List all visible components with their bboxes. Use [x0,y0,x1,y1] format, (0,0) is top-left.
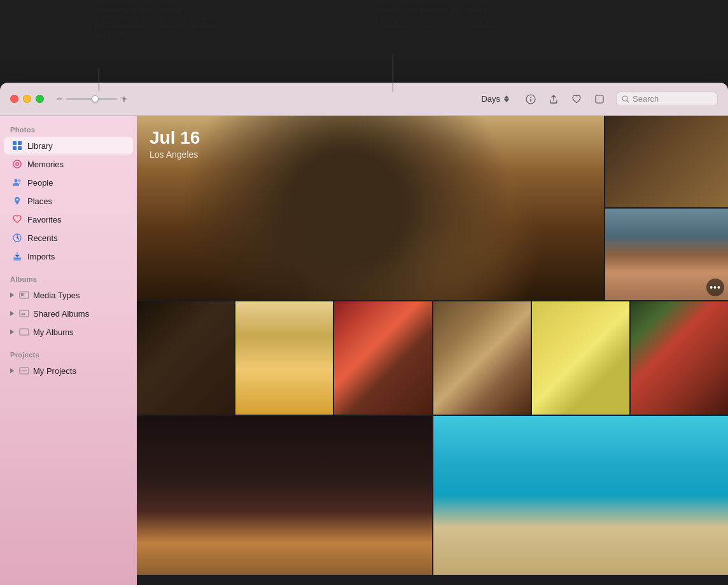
side-photo-2[interactable]: ••• [605,209,728,300]
photo-row-3 [137,416,728,575]
traffic-lights [10,95,44,103]
info-button[interactable] [521,90,540,109]
svg-rect-23 [20,329,29,335]
svg-rect-8 [18,146,22,150]
imports-icon [11,251,23,262]
sidebar-item-shared-albums-label: Shared Albums [33,309,89,319]
sidebar-item-memories[interactable]: Memories [4,155,133,173]
media-types-icon [18,289,30,301]
svg-rect-19 [21,293,24,296]
chevron-right-shared-icon [10,311,14,316]
zoom-in-button[interactable]: + [121,93,127,105]
sidebar-item-imports[interactable]: Imports [4,247,133,265]
toolbar: − + Days [0,83,728,116]
search-icon [622,95,629,103]
rotate-button[interactable] [590,90,609,109]
sidebar-item-favorites-label: Favorites [27,215,61,224]
sidebar-item-places[interactable]: Places [4,192,133,210]
zoom-control: − + [57,93,127,105]
svg-rect-6 [18,141,22,145]
zoom-thumb[interactable] [92,95,99,102]
sidebar-item-imports-label: Imports [27,252,55,261]
search-box[interactable]: Search [616,92,718,106]
date-location: Los Angeles [150,149,200,160]
sidebar-item-media-types-label: Media Types [33,291,80,300]
chevron-right-my-icon [10,329,14,334]
my-projects-icon [18,365,30,376]
grid-photo-3[interactable] [334,301,431,415]
shared-albums-icon [18,308,30,319]
albums-section-label: Albums [0,270,137,286]
large-photo-1[interactable] [137,416,432,575]
tooltip-left-text: Automatically create a personalized vide… [95,4,218,42]
sidebar-item-media-types[interactable]: Media Types [4,286,133,304]
svg-point-11 [17,163,18,165]
svg-rect-3 [596,95,603,103]
sidebar-item-library[interactable]: Library [4,137,133,155]
chevron-right-icon [10,292,14,298]
view-mode-label: Days [481,94,500,104]
grid-photo-6[interactable] [631,301,728,415]
date-title: Jul 16 [150,128,200,148]
sidebar-item-my-albums-label: My Albums [33,327,74,337]
share-button[interactable] [544,90,563,109]
view-arrows [504,95,509,102]
fullscreen-button[interactable] [36,95,44,103]
places-icon [11,195,23,207]
svg-point-12 [15,179,18,182]
recents-icon [11,232,23,244]
grid-photo-4[interactable] [433,301,531,415]
svg-rect-16 [13,258,21,259]
sidebar-item-memories-label: Memories [27,160,64,169]
photos-section-label: Photos [0,121,137,136]
my-albums-icon [18,326,30,338]
people-icon [11,177,23,188]
sidebar-item-people[interactable]: People [4,174,133,191]
svg-rect-2 [530,99,531,102]
sidebar-item-my-albums[interactable]: My Albums [4,323,133,341]
tooltip-right-text: View your photos by Years, Months, Days,… [375,4,495,29]
close-button[interactable] [10,95,18,103]
svg-rect-7 [13,146,17,150]
projects-section-label: Projects [0,346,137,361]
photo-area[interactable]: Jul 16 Los Angeles ••• [137,116,728,585]
sidebar: Photos Library [0,116,137,585]
sidebar-item-recents[interactable]: Recents [4,229,133,247]
side-photo-1[interactable] [605,116,728,207]
minimize-button[interactable] [23,95,31,103]
photo-row-1: ••• [137,116,728,300]
grid-photo-2[interactable] [235,301,333,415]
main-photo-bg [137,116,604,300]
favorites-icon [11,214,23,225]
sidebar-item-my-projects-label: My Projects [33,366,76,376]
photo-grid: ••• [137,116,728,585]
zoom-slider[interactable] [66,98,117,100]
grid-photo-5[interactable] [532,301,629,415]
tooltip-overlay: Automatically create a personalized vide… [0,0,728,83]
view-up-arrow [504,95,509,99]
tooltip-right: View your photos by Years, Months, Days,… [375,3,515,30]
sidebar-item-places-label: Places [27,196,52,206]
sidebar-item-shared-albums[interactable]: Shared Albums [4,305,133,322]
memories-icon [11,158,23,170]
large-photo-2[interactable] [433,416,729,575]
library-icon [11,140,23,151]
date-header: Jul 16 Los Angeles [150,128,200,160]
zoom-out-button[interactable]: − [57,93,62,105]
svg-point-21 [22,313,24,315]
favorite-button[interactable] [567,90,586,109]
more-button[interactable]: ••• [706,279,724,296]
side-photos: ••• [605,116,728,300]
svg-point-13 [18,179,21,182]
main-window: − + Days [0,83,728,585]
sidebar-item-recents-label: Recents [27,233,58,243]
sidebar-item-favorites[interactable]: Favorites [4,210,133,228]
view-selector[interactable]: Days [481,94,509,104]
chevron-right-projects-icon [10,368,14,373]
search-label: Search [633,94,659,104]
main-photo[interactable] [137,116,604,300]
sidebar-item-my-projects[interactable]: My Projects [4,362,133,380]
more-dots-icon: ••• [710,282,721,292]
grid-photo-1[interactable] [137,301,234,415]
sidebar-item-people-label: People [27,178,53,188]
